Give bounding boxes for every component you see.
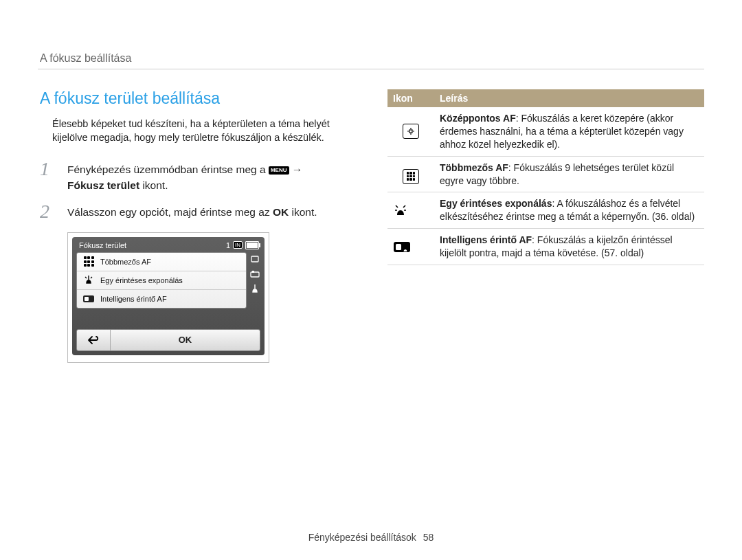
step-number: 2 — [40, 202, 55, 221]
camera-menu-label: Intelligens érintő AF — [100, 295, 167, 303]
one-touch-icon — [393, 201, 429, 219]
step-number: 1 — [40, 159, 55, 194]
step-suffix: ikont. — [142, 179, 168, 191]
svg-rect-4 — [252, 271, 254, 273]
camera-ok-button[interactable]: OK — [111, 330, 260, 350]
camera-screen: Fókusz terület 1 IN — [72, 237, 265, 355]
camera-menu-item[interactable]: Egy érintéses exponálás — [77, 271, 246, 290]
camera-counter: 1 — [226, 241, 230, 249]
intro-paragraph: Élesebb képeket tud készíteni, ha a képt… — [52, 117, 357, 144]
running-header: A fókusz beállítása — [40, 52, 131, 65]
svg-rect-2 — [251, 256, 258, 262]
row-title: Középpontos AF — [440, 113, 516, 124]
header-divider — [38, 69, 704, 69]
camera-menu-label: Egy érintéses exponálás — [100, 276, 183, 284]
step-2: 2 Válasszon egy opciót, majd érintse meg… — [40, 202, 357, 221]
step-bold: Fókusz terület — [67, 179, 139, 191]
camera-back-button[interactable] — [77, 330, 111, 350]
side-icon — [249, 269, 260, 280]
page-footer: Fényképezési beállítások 58 — [0, 532, 742, 543]
table-row: Középpontos AF: Fókuszálás a keret közep… — [387, 107, 704, 156]
footer-page-number: 58 — [423, 532, 434, 543]
side-icon — [249, 284, 260, 295]
step-suffix: ikont. — [292, 206, 317, 218]
table-row: Egy érintéses exponálás: A fókuszáláshoz… — [387, 192, 704, 229]
center-af-icon — [403, 124, 419, 139]
svg-rect-11 — [396, 244, 401, 250]
camera-menu-label: Többmezős AF — [100, 258, 151, 266]
back-arrow-icon — [87, 335, 100, 345]
in-badge-icon: IN — [233, 241, 243, 249]
camera-side-icons — [249, 252, 260, 309]
battery-icon — [245, 241, 259, 249]
step-1: 1 Fényképezés üzemmódban érintse meg a M… — [40, 159, 357, 194]
grid-icon — [82, 257, 95, 267]
smart-touch-af-icon — [393, 240, 429, 254]
side-icon — [249, 254, 260, 265]
menu-icon: MENU — [269, 166, 289, 175]
table-header-icon: Ikon — [387, 89, 434, 107]
step-text: Válasszon egy opciót, majd érintse meg a… — [67, 206, 273, 218]
camera-screenshot-frame: Fókusz terület 1 IN — [67, 232, 269, 363]
row-title: Egy érintéses exponálás — [440, 198, 552, 209]
camera-menu-list: Többmezős AF Egy érintéses exponálás — [76, 252, 247, 309]
step-text: Fényképezés üzemmódban érintse meg a — [67, 164, 269, 175]
ok-label: OK — [273, 206, 289, 218]
section-heading: A fókusz terület beállítása — [40, 89, 357, 108]
svg-rect-3 — [251, 272, 259, 277]
table-row: Intelligens érintő AF: Fókuszálás a kije… — [387, 229, 704, 265]
camera-menu-title: Fókusz terület — [79, 241, 126, 249]
multi-af-icon — [403, 169, 419, 184]
smart-touch-icon — [82, 294, 95, 304]
row-title: Többmezős AF — [440, 162, 508, 173]
table-header-desc: Leírás — [434, 89, 704, 107]
camera-menu-item[interactable]: Intelligens érintő AF — [77, 290, 246, 308]
svg-rect-1 — [85, 297, 89, 301]
svg-rect-5 — [409, 130, 412, 133]
touch-icon — [82, 276, 95, 285]
table-row: Többmezős AF: Fókuszálás 9 lehetséges te… — [387, 156, 704, 192]
camera-menu-item[interactable]: Többmezős AF — [77, 253, 246, 271]
icon-description-table: Ikon Leírás Középpontos AF: Fókuszálás a… — [387, 89, 704, 265]
footer-section: Fényképezési beállítások — [308, 532, 416, 543]
row-title: Intelligens érintő AF — [440, 234, 532, 245]
step-arrow: → — [292, 164, 303, 175]
